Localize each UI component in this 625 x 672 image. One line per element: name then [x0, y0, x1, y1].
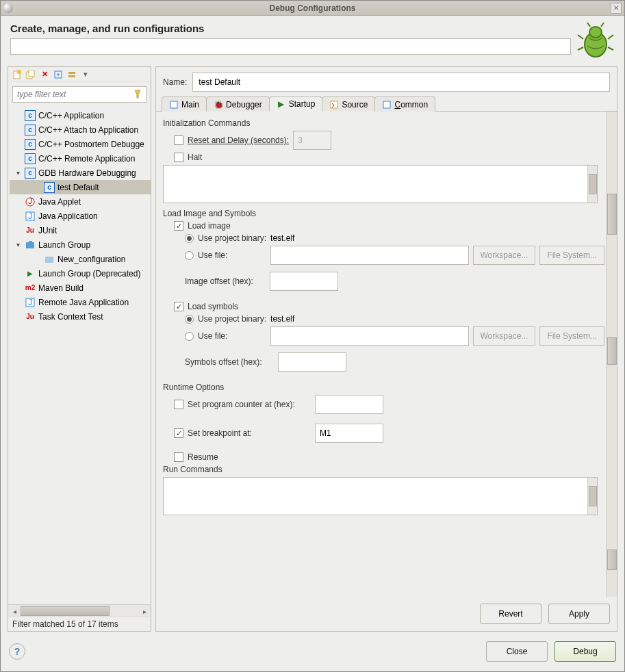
- sym-use-project-radio[interactable]: [185, 315, 194, 324]
- bp-input[interactable]: [315, 424, 383, 443]
- svg-rect-26: [383, 101, 390, 108]
- bp-checkbox[interactable]: [174, 428, 183, 438]
- load-symbols-label: Load symbols: [188, 302, 238, 311]
- tree-hscrollbar[interactable]: ◂▸: [8, 604, 151, 617]
- init-commands-textarea[interactable]: [163, 165, 598, 203]
- tree-item-junit[interactable]: JuJUnit: [10, 223, 151, 237]
- image-offset-label: Image offset (hex):: [185, 276, 266, 286]
- reset-delay-checkbox[interactable]: [174, 135, 183, 145]
- pc-label: Set program counter at (hex):: [188, 400, 311, 409]
- message-area: [10, 38, 571, 55]
- svg-rect-24: [170, 101, 177, 108]
- tree-item-c-attach[interactable]: cC/C++ Attach to Application: [10, 122, 151, 137]
- duplicate-config-button[interactable]: [25, 68, 37, 81]
- svg-line-5: [608, 47, 613, 50]
- pc-input[interactable]: [315, 395, 383, 414]
- tree-item-c-app[interactable]: cC/C++ Application: [10, 108, 151, 122]
- sym-filesystem-button[interactable]: File System...: [539, 326, 604, 346]
- sym-workspace-button[interactable]: Workspace...: [473, 326, 536, 346]
- tree-item-c-remote[interactable]: cC/C++ Remote Application: [10, 151, 151, 166]
- image-filesystem-button[interactable]: File System...: [539, 246, 604, 265]
- svg-rect-14: [68, 75, 75, 77]
- svg-rect-9: [17, 70, 21, 74]
- delete-config-button[interactable]: ✕: [38, 68, 51, 81]
- sym-use-file-radio[interactable]: [185, 332, 194, 341]
- load-section: Load Image and Symbols: [163, 209, 604, 218]
- halt-checkbox[interactable]: [174, 153, 183, 162]
- sym-project-binary-value: test.elf: [270, 314, 294, 324]
- sym-file-input[interactable]: [270, 326, 469, 346]
- help-button[interactable]: ?: [9, 643, 25, 660]
- debug-configurations-dialog: Debug Configurations ✕ Create, manage, a…: [0, 0, 625, 672]
- tab-debugger[interactable]: 🐞Debugger: [206, 96, 270, 112]
- tree-item-c-postmortem[interactable]: cC/C++ Postmortem Debugge: [10, 137, 151, 151]
- svg-rect-19: [26, 242, 34, 248]
- resume-label: Resume: [188, 452, 218, 462]
- header: Create, manage, and run configurations: [1, 16, 624, 64]
- content-vscrollbar[interactable]: [606, 112, 617, 597]
- svg-line-3: [608, 35, 613, 39]
- tree-item-task-context[interactable]: JuTask Context Test: [10, 309, 151, 324]
- new-config-button[interactable]: [11, 68, 23, 81]
- load-symbols-checkbox[interactable]: [174, 302, 183, 311]
- reset-delay-input[interactable]: [293, 131, 331, 150]
- svg-line-7: [601, 23, 604, 27]
- revert-button[interactable]: Revert: [480, 604, 541, 624]
- pc-checkbox[interactable]: [174, 400, 183, 409]
- image-workspace-button[interactable]: Workspace...: [473, 246, 536, 265]
- runtime-section: Runtime Options: [163, 383, 604, 392]
- image-offset-input[interactable]: [270, 272, 338, 291]
- clear-filter-icon[interactable]: [133, 90, 142, 99]
- svg-rect-11: [29, 70, 34, 77]
- tab-main[interactable]: Main: [162, 96, 207, 112]
- image-file-input[interactable]: [270, 246, 469, 265]
- tree-item-remote-java[interactable]: JRemote Java Application: [10, 295, 151, 309]
- tab-common-rest: ommon: [400, 100, 428, 109]
- sym-use-file-label: Use file:: [198, 331, 266, 341]
- sym-offset-input[interactable]: [278, 352, 346, 372]
- image-use-project-radio[interactable]: [185, 234, 194, 243]
- collapse-all-button[interactable]: [66, 68, 78, 81]
- window-title: Debug Configurations: [270, 3, 356, 13]
- resume-checkbox[interactable]: [174, 452, 183, 462]
- tree-item-java-app[interactable]: JJava Application: [10, 209, 151, 223]
- tree-item-maven[interactable]: m2Maven Build: [10, 281, 151, 295]
- apply-button[interactable]: Apply: [548, 604, 610, 624]
- debug-button[interactable]: Debug: [554, 641, 616, 662]
- sym-use-project-label: Use project binary:: [198, 314, 266, 324]
- load-image-checkbox[interactable]: [174, 221, 183, 231]
- tree-item-java-applet[interactable]: JJava Applet: [10, 194, 151, 209]
- config-tree[interactable]: cC/C++ Application cC/C++ Attach to Appl…: [8, 107, 151, 604]
- tree-item-new-config[interactable]: New_configuration: [10, 252, 151, 266]
- name-input[interactable]: [192, 73, 610, 92]
- run-commands-textarea[interactable]: [163, 477, 598, 515]
- filter-input[interactable]: [12, 86, 146, 103]
- window-close-button[interactable]: ✕: [611, 3, 622, 14]
- svg-line-4: [578, 47, 583, 50]
- name-label: Name:: [163, 77, 187, 87]
- halt-label: Halt: [188, 153, 202, 162]
- svg-line-2: [578, 35, 583, 39]
- tab-common[interactable]: Common: [374, 96, 435, 112]
- tree-item-launch-group-dep[interactable]: ▶Launch Group (Deprecated): [10, 266, 151, 281]
- close-button[interactable]: Close: [486, 641, 548, 662]
- svg-text:J: J: [28, 197, 32, 206]
- init-commands-section: Initialization Commands: [163, 118, 604, 128]
- filter-dropdown-button[interactable]: ▾: [79, 68, 92, 81]
- tree-item-gdb-hw[interactable]: ▾cGDB Hardware Debugging: [10, 166, 151, 180]
- tab-startup[interactable]: ▶Startup: [269, 96, 323, 112]
- image-use-file-radio[interactable]: [185, 251, 194, 260]
- page-title: Create, manage, and run configurations: [10, 23, 571, 34]
- tree-item-launch-group[interactable]: ▾Launch Group: [10, 237, 151, 252]
- app-icon: [3, 3, 13, 13]
- svg-rect-13: [68, 72, 75, 74]
- bp-label: Set breakpoint at:: [188, 428, 311, 438]
- tree-toolbar: ✕ ▾: [8, 67, 151, 82]
- svg-point-1: [589, 27, 602, 38]
- tab-source[interactable]: Source: [322, 96, 375, 112]
- svg-text:J: J: [28, 298, 32, 307]
- export-config-button[interactable]: [52, 68, 64, 81]
- image-use-project-label: Use project binary:: [198, 233, 266, 243]
- config-tree-panel: ✕ ▾ cC/C++ Application cC/C++ Attach to …: [8, 66, 151, 632]
- tree-item-test-default[interactable]: ctest Default: [10, 180, 151, 194]
